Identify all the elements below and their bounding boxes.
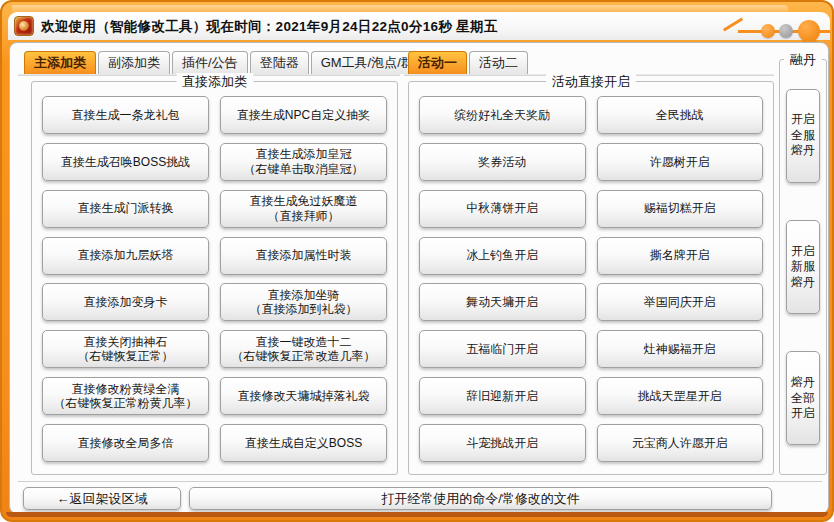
tab-activity-two[interactable]: 活动二	[469, 51, 528, 74]
btn-allday-rewards[interactable]: 缤纷好礼全天奖励	[419, 96, 586, 134]
direct-add-groupbox: 直接添加类 直接生成一条龙礼包 直接生成召唤BOSS挑战 直接生成门派转换 直接…	[31, 81, 398, 475]
tab-launcher[interactable]: 登陆器	[250, 51, 309, 74]
rongdan-groupbox: 融丹 开启全服熔丹 开启新服熔丹 熔丹全部开启	[779, 59, 827, 475]
open-common-files-button[interactable]: 打开经常使用的命令/常修改的文件	[189, 487, 772, 510]
btn-skip-yaomodao[interactable]: 直接生成免过妖魔道 （直接拜师）	[220, 190, 387, 228]
btn-kitchen-god-blessing[interactable]: 灶神赐福开启	[597, 330, 764, 368]
main-panel: 主添加类 副添加类 插件/公告 登陆器 GM工具/泡点/群验证 活动一 活动二 …	[9, 42, 829, 514]
btn-open-allserver-rongdan[interactable]: 开启全服熔丹	[786, 89, 820, 183]
btn-sect-transfer[interactable]: 直接生成门派转换	[42, 190, 209, 228]
btn-transform-card[interactable]: 直接添加变身卡	[42, 283, 209, 321]
activity-open-groupbox: 活动直接开启 缤纷好礼全天奖励 奖券活动 中秋薄饼开启 冰上钓鱼开启 舞动天墉开…	[408, 81, 774, 475]
btn-tiangang-star[interactable]: 挑战天罡星开启	[597, 377, 764, 415]
btn-blessing-cake[interactable]: 赐福切糕开启	[597, 190, 764, 228]
window-bottom-edge	[6, 512, 828, 517]
tab-main-add[interactable]: 主添加类	[24, 51, 96, 74]
titlebar: 欢迎使用（智能修改工具）现在时间：2021年9月24日22点0分16秒 星期五	[8, 12, 830, 40]
btn-open-newserver-rongdan[interactable]: 开启新服熔丹	[786, 220, 820, 314]
bottom-divider	[18, 481, 822, 482]
activity-column-1: 缤纷好礼全天奖励 奖券活动 中秋薄饼开启 冰上钓鱼开启 舞动天墉开启 五福临门开…	[419, 96, 586, 462]
right-tabbar: 活动一 活动二	[408, 51, 528, 74]
btn-custom-boss[interactable]: 直接生成自定义BOSS	[220, 424, 387, 462]
btn-national-celebration[interactable]: 举国同庆开启	[597, 283, 764, 321]
activity-column-2: 全民挑战 许愿树开启 赐福切糕开启 撕名牌开启 举国同庆开启 灶神赐福开启 挑战…	[597, 96, 764, 462]
btn-summon-boss[interactable]: 直接生成召唤BOSS挑战	[42, 143, 209, 181]
minimize-button-icon[interactable]	[761, 24, 775, 38]
btn-global-multiplier[interactable]: 直接修改全局多倍	[42, 424, 209, 462]
btn-tianyong-drop-bag[interactable]: 直接修改天墉城掉落礼袋	[220, 377, 387, 415]
window-title: 欢迎使用（智能修改工具）现在时间：2021年9月24日22点0分16秒 星期五	[41, 18, 498, 36]
window-frame: 欢迎使用（智能修改工具）现在时间：2021年9月24日22点0分16秒 星期五 …	[0, 0, 834, 522]
direct-add-column-2: 直接生成NPC自定义抽奖 直接生成添加皇冠 （右键单击取消皇冠） 直接生成免过妖…	[220, 96, 387, 462]
close-button-icon[interactable]	[798, 20, 820, 42]
app-logo-icon	[14, 16, 34, 36]
tab-plugin-announce[interactable]: 插件/公告	[172, 51, 248, 74]
tab-activity-one[interactable]: 活动一	[408, 51, 467, 74]
btn-national-challenge[interactable]: 全民挑战	[597, 96, 764, 134]
btn-five-blessings[interactable]: 五福临门开启	[419, 330, 586, 368]
direct-add-column-1: 直接生成一条龙礼包 直接生成召唤BOSS挑战 直接生成门派转换 直接添加九层妖塔…	[42, 96, 209, 462]
left-tabbar: 主添加类 副添加类 插件/公告 登陆器 GM工具/泡点/群验证	[24, 51, 450, 74]
btn-lottery-activity[interactable]: 奖券活动	[419, 143, 586, 181]
btn-pet-challenge[interactable]: 斗宠挑战开启	[419, 424, 586, 462]
btn-nametag-rip[interactable]: 撕名牌开启	[597, 237, 764, 275]
btn-ice-fishing[interactable]: 冰上钓鱼开启	[419, 237, 586, 275]
tab-secondary-add[interactable]: 副添加类	[98, 51, 170, 74]
btn-open-all-rongdan[interactable]: 熔丹全部开启	[786, 351, 820, 445]
btn-pink-yellow-green-full[interactable]: 直接修改粉黄绿全满 （右键恢复正常粉黄几率）	[42, 377, 209, 415]
btn-dragon-giftpack[interactable]: 直接生成一条龙礼包	[42, 96, 209, 134]
btn-yuanbao-merchant-wish[interactable]: 元宝商人许愿开启	[597, 424, 764, 462]
btn-nine-tower[interactable]: 直接添加九层妖塔	[42, 237, 209, 275]
btn-midautumn-pancake[interactable]: 中秋薄饼开启	[419, 190, 586, 228]
btn-close-godstone[interactable]: 直接关闭抽神石 （右键恢复正常）	[42, 330, 209, 368]
btn-add-mount[interactable]: 直接添加坐骑 （直接添加到礼袋）	[220, 283, 387, 321]
btn-npc-custom-lottery[interactable]: 直接生成NPC自定义抽奖	[220, 96, 387, 134]
btn-add-crown[interactable]: 直接生成添加皇冠 （右键单击取消皇冠）	[220, 143, 387, 181]
btn-attribute-fashion[interactable]: 直接添加属性时装	[220, 237, 387, 275]
btn-dance-tianyong[interactable]: 舞动天墉开启	[419, 283, 586, 321]
btn-newyear-farewell[interactable]: 辞旧迎新开启	[419, 377, 586, 415]
btn-wishing-tree[interactable]: 许愿树开启	[597, 143, 764, 181]
skin-button-icon[interactable]	[779, 24, 793, 38]
back-to-setup-button[interactable]: ←返回架设区域	[23, 487, 181, 510]
btn-onekey-upgrade-12[interactable]: 直接一键改造十二 （右键恢复正常改造几率）	[220, 330, 387, 368]
